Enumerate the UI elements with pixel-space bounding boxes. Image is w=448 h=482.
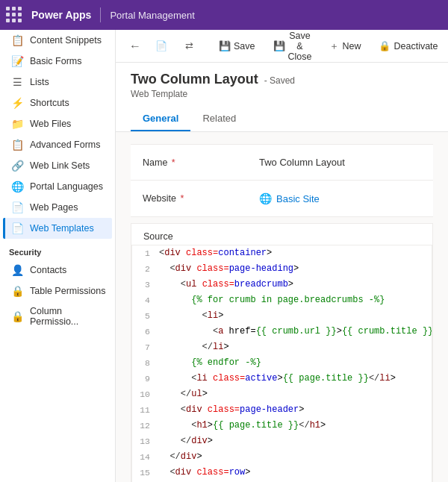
website-value: 🌐 Basic Site xyxy=(250,187,433,210)
line-content: <div class=container> xyxy=(156,245,432,261)
page-header: Two Column Layout - Saved Web Template G… xyxy=(116,63,448,132)
tab-related[interactable]: Related xyxy=(190,107,248,131)
page-tabs: General Related xyxy=(131,107,433,131)
save-label: Save xyxy=(234,41,255,51)
line-content: <a href={{ crumb.url }}>{{ crumb.title }… xyxy=(156,324,432,339)
sidebar-item-advanced-forms[interactable]: 📋 Advanced Forms xyxy=(3,134,112,155)
app-name: Power Apps xyxy=(31,9,91,21)
source-label: Source xyxy=(131,224,432,245)
code-line: 8 {% endfor -%} xyxy=(132,355,432,371)
sidebar-item-label: Web Link Sets xyxy=(30,160,90,171)
line-number: 1 xyxy=(132,245,156,261)
content-snippets-icon: 📋 xyxy=(10,34,24,46)
code-line: 5 <li> xyxy=(132,308,432,324)
deactivate-label: Deactivate xyxy=(393,41,438,51)
line-number: 5 xyxy=(132,308,156,324)
line-number: 15 xyxy=(132,465,156,481)
code-line: 4 {% for crumb in page.breadcrumbs -%} xyxy=(132,292,432,308)
website-link-text: Basic Site xyxy=(276,193,320,204)
nav-section: Portal Management xyxy=(110,10,194,21)
save-close-icon: 💾 xyxy=(273,40,285,51)
swap-icon: ⇄ xyxy=(185,40,193,51)
sidebar-item-label: Web Templates xyxy=(30,223,94,234)
sidebar-item-lists[interactable]: ☰ Lists xyxy=(3,72,112,93)
new-button[interactable]: ＋ New xyxy=(321,36,369,57)
sidebar-item-contacts[interactable]: 👤 Contacts xyxy=(3,260,112,281)
tab-general[interactable]: General xyxy=(131,107,190,131)
name-required: * xyxy=(169,157,175,168)
line-number: 4 xyxy=(132,292,156,308)
sidebar-item-web-templates[interactable]: 📄 Web Templates xyxy=(3,218,112,239)
lists-icon: ☰ xyxy=(10,76,24,88)
sidebar-item-shortcuts[interactable]: ⚡ Shortcuts xyxy=(3,93,112,113)
code-line: 1<div class=container> xyxy=(132,245,432,261)
line-number: 7 xyxy=(132,339,156,355)
page-subtitle: Web Template xyxy=(131,89,433,99)
line-content: <div class=page-header> xyxy=(156,402,432,418)
code-line: 10 </ul> xyxy=(132,386,432,402)
sidebar-item-label: Content Snippets xyxy=(30,35,102,46)
sidebar-item-label: Lists xyxy=(30,77,49,87)
document-button[interactable]: 📄 xyxy=(147,37,175,55)
website-label: Website * xyxy=(131,187,250,210)
website-field-row: Website * 🌐 Basic Site xyxy=(131,181,433,217)
name-field-row: Name * Two Column Layout xyxy=(131,144,433,181)
app-grid-icon[interactable] xyxy=(6,7,22,23)
sidebar-item-web-link-sets[interactable]: 🔗 Web Link Sets xyxy=(3,155,112,176)
web-templates-icon: 📄 xyxy=(10,222,24,234)
save-close-button[interactable]: 💾 Save & Close xyxy=(265,30,320,66)
content-area: ← 📄 ⇄ 💾 Save 💾 Save & Close ＋ New 🔒 xyxy=(116,30,448,482)
line-content: <div class=row> xyxy=(156,465,432,481)
line-number: 10 xyxy=(132,386,156,402)
column-permissions-icon: 🔒 xyxy=(10,310,24,322)
sidebar-item-basic-forms[interactable]: 📝 Basic Forms xyxy=(3,51,112,72)
sidebar-item-label: Advanced Forms xyxy=(30,140,100,150)
code-line: 2 <div class=page-heading> xyxy=(132,261,432,277)
line-content: </ul> xyxy=(156,386,432,402)
line-number: 6 xyxy=(132,324,156,339)
deactivate-button[interactable]: 🔒 Deactivate xyxy=(370,37,446,55)
line-number: 14 xyxy=(132,449,156,465)
web-link-sets-icon: 🔗 xyxy=(10,160,24,172)
sidebar-item-column-permissions[interactable]: 🔒 Column Permissio... xyxy=(3,301,112,331)
sidebar-item-web-files[interactable]: 📁 Web Files xyxy=(3,113,112,134)
code-line: 6 <a href={{ crumb.url }}>{{ crumb.title… xyxy=(132,324,432,339)
new-icon: ＋ xyxy=(329,40,339,53)
sidebar-item-label: Shortcuts xyxy=(30,98,69,108)
nav-divider xyxy=(100,7,101,22)
web-pages-icon: 📄 xyxy=(10,201,24,213)
line-content: <ul class=breadcrumb> xyxy=(156,277,432,292)
name-label: Name * xyxy=(131,151,250,174)
basic-forms-icon: 📝 xyxy=(10,55,24,67)
sidebar-item-label: Basic Forms xyxy=(30,56,81,66)
website-link[interactable]: 🌐 Basic Site xyxy=(259,193,424,204)
sidebar-item-label: Contacts xyxy=(30,265,66,275)
sidebar-item-web-pages[interactable]: 📄 Web Pages xyxy=(3,197,112,218)
save-button[interactable]: 💾 Save xyxy=(211,37,264,55)
sidebar-item-table-permissions[interactable]: 🔒 Table Permissions xyxy=(3,281,112,301)
page-saved-status: - Saved xyxy=(264,75,295,86)
sidebar-item-label: Table Permissions xyxy=(30,286,105,296)
code-editor[interactable]: 1<div class=container>2 <div class=page-… xyxy=(131,245,432,482)
website-required: * xyxy=(178,193,184,204)
name-value[interactable]: Two Column Layout xyxy=(250,151,433,174)
line-content: <li> xyxy=(156,308,432,324)
save-close-label: Save & Close xyxy=(288,31,312,62)
line-number: 3 xyxy=(132,277,156,292)
sidebar-item-label: Column Permissio... xyxy=(30,306,106,327)
back-button[interactable]: ← xyxy=(125,37,146,56)
web-files-icon: 📁 xyxy=(10,118,24,130)
sidebar-item-portal-languages[interactable]: 🌐 Portal Languages xyxy=(3,176,112,197)
line-number: 8 xyxy=(132,355,156,371)
swap-button[interactable]: ⇄ xyxy=(177,37,202,55)
top-navigation: Power Apps Portal Management xyxy=(0,0,448,30)
sidebar: 📋 Content Snippets 📝 Basic Forms ☰ Lists… xyxy=(0,30,116,482)
line-number: 9 xyxy=(132,371,156,386)
line-number: 12 xyxy=(132,418,156,434)
page-title: Two Column Layout xyxy=(131,72,258,87)
sidebar-item-label: Portal Languages xyxy=(30,181,103,192)
line-content: <h1>{{ page.title }}</h1> xyxy=(156,418,432,434)
save-icon: 💾 xyxy=(219,40,231,51)
sidebar-item-content-snippets[interactable]: 📋 Content Snippets xyxy=(3,30,112,51)
line-content: {% for crumb in page.breadcrumbs -%} xyxy=(156,292,432,308)
